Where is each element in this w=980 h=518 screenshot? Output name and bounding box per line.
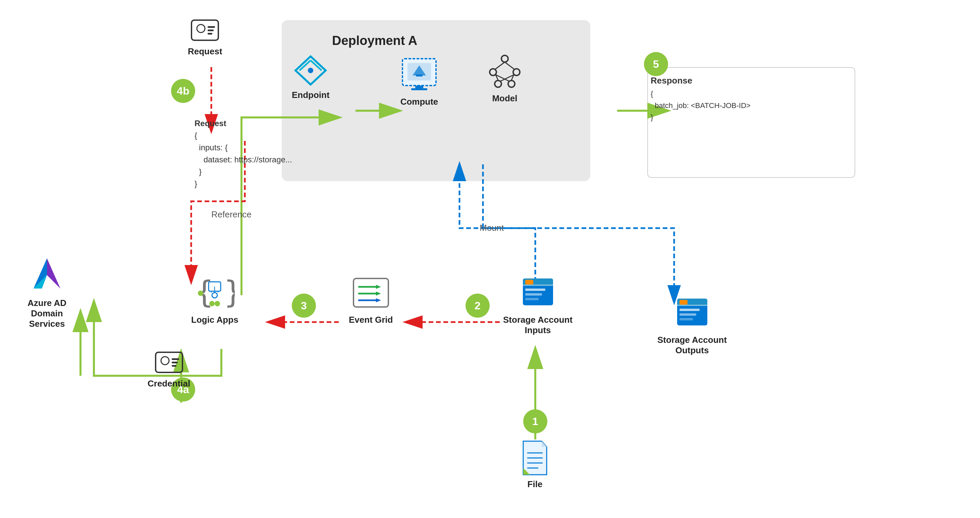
svg-marker-70 bbox=[47, 258, 60, 288]
credential-top-icon: Request bbox=[188, 17, 222, 57]
svg-line-31 bbox=[495, 62, 505, 69]
file-label: File bbox=[528, 479, 542, 489]
svg-rect-14 bbox=[208, 26, 215, 28]
credential-top-label: Request bbox=[188, 46, 222, 57]
svg-point-44 bbox=[198, 290, 203, 296]
svg-point-28 bbox=[513, 69, 520, 75]
svg-rect-57 bbox=[525, 280, 533, 284]
svg-marker-51 bbox=[376, 292, 381, 296]
svg-point-80 bbox=[161, 357, 169, 365]
svg-rect-58 bbox=[525, 288, 545, 291]
svg-rect-59 bbox=[525, 293, 542, 296]
mount-label: Mount bbox=[480, 222, 504, 234]
svg-rect-60 bbox=[525, 298, 539, 300]
model-label: Model bbox=[492, 93, 517, 104]
logic-apps-icon: { } Logic Apps bbox=[191, 275, 239, 325]
request-text-block: Request { inputs: { dataset: https://sto… bbox=[194, 118, 292, 190]
storage-inputs-sublabel: Inputs bbox=[525, 325, 551, 335]
svg-rect-24 bbox=[415, 86, 423, 88]
svg-rect-67 bbox=[679, 318, 693, 320]
svg-marker-49 bbox=[376, 285, 381, 289]
azure-ad-icon: Azure AD Domain Services bbox=[20, 255, 74, 329]
svg-rect-15 bbox=[208, 30, 214, 31]
svg-point-27 bbox=[490, 69, 496, 75]
svg-point-45 bbox=[209, 301, 215, 306]
badge-4b: 4b bbox=[171, 79, 195, 103]
event-grid-icon: Event Grid bbox=[349, 275, 393, 325]
badge-3: 3 bbox=[292, 293, 316, 318]
response-block: Response { batch_job: <BATCH-JOB-ID>} bbox=[651, 74, 751, 123]
svg-point-26 bbox=[501, 55, 508, 62]
model-icon: Model bbox=[486, 54, 523, 104]
storage-inputs-icon: Storage Account Inputs bbox=[503, 275, 573, 335]
storage-outputs-label: Storage Account bbox=[657, 335, 727, 345]
svg-rect-66 bbox=[679, 313, 696, 316]
diagram-container: Deployment A 1 2 3 4a 4b 5 Request Endpo… bbox=[0, 0, 980, 518]
svg-rect-63 bbox=[677, 304, 707, 306]
endpoint-icon: Endpoint bbox=[292, 54, 330, 100]
svg-rect-16 bbox=[208, 33, 212, 35]
compute-label: Compute bbox=[401, 97, 438, 107]
svg-point-30 bbox=[508, 81, 515, 87]
response-label: Response bbox=[651, 74, 751, 88]
request-body: { inputs: { dataset: https://storage... … bbox=[194, 131, 292, 188]
azure-ad-label: Azure AD Domain Services bbox=[20, 298, 74, 329]
badge-5: 5 bbox=[644, 52, 668, 76]
endpoint-label: Endpoint bbox=[292, 90, 330, 100]
storage-outputs-sublabel: Outputs bbox=[676, 345, 709, 355]
svg-point-13 bbox=[197, 24, 205, 33]
badge-1: 1 bbox=[523, 409, 547, 434]
svg-point-29 bbox=[495, 81, 501, 87]
file-icon: File bbox=[520, 440, 550, 489]
svg-rect-82 bbox=[172, 362, 178, 363]
svg-rect-65 bbox=[679, 309, 700, 311]
svg-rect-25 bbox=[411, 88, 427, 90]
svg-line-32 bbox=[505, 62, 514, 69]
svg-rect-23 bbox=[416, 75, 423, 77]
svg-marker-53 bbox=[376, 298, 381, 302]
event-grid-label: Event Grid bbox=[349, 315, 393, 325]
deployment-title: Deployment A bbox=[332, 33, 417, 48]
storage-inputs-label: Storage Account bbox=[503, 315, 573, 325]
credential-bottom-icon: Credential bbox=[148, 349, 190, 389]
svg-point-19 bbox=[308, 68, 313, 73]
svg-rect-83 bbox=[172, 365, 177, 367]
svg-rect-64 bbox=[679, 300, 687, 304]
credential-bottom-label: Credential bbox=[148, 378, 190, 389]
svg-text:}: } bbox=[224, 275, 235, 310]
svg-rect-56 bbox=[523, 284, 553, 286]
storage-outputs-icon: Storage Account Outputs bbox=[657, 295, 727, 355]
badge-2: 2 bbox=[466, 293, 490, 318]
svg-rect-81 bbox=[172, 358, 179, 360]
logic-apps-label: Logic Apps bbox=[191, 315, 239, 325]
request-title: Request bbox=[194, 119, 226, 128]
response-body: { batch_job: <BATCH-JOB-ID>} bbox=[651, 88, 751, 123]
svg-point-46 bbox=[215, 301, 220, 306]
reference-label: Reference bbox=[211, 208, 251, 221]
compute-icon: Compute bbox=[399, 54, 439, 107]
